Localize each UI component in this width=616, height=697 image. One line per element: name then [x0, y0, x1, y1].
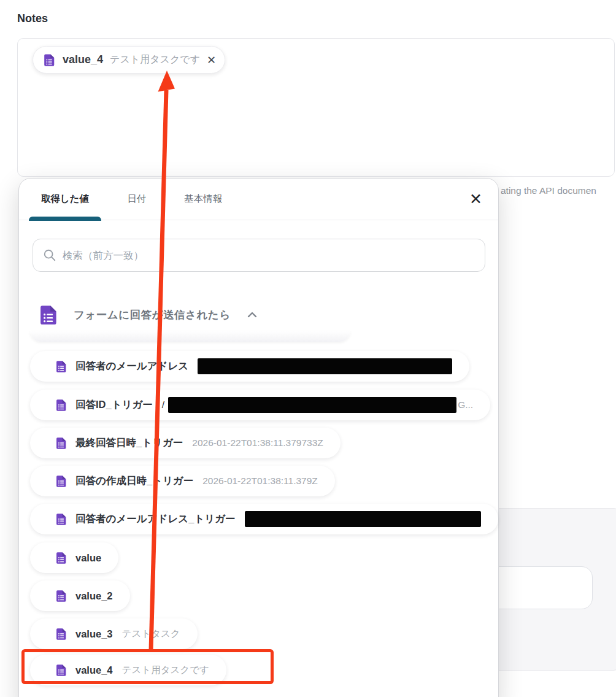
- list-item-value: テストタスク: [122, 628, 180, 641]
- trigger-section-header[interactable]: フォームに回答が送信されたら: [37, 301, 259, 328]
- google-forms-icon: [42, 53, 56, 67]
- list-item-label: value_4: [75, 664, 113, 676]
- list-item[interactable]: value_3 テストタスク: [30, 618, 198, 649]
- google-forms-icon: [55, 664, 67, 677]
- list-item-label: 最終回答日時_トリガー: [75, 436, 183, 450]
- list-item-highlighted[interactable]: value_4 テスト用タスクです: [30, 655, 226, 685]
- list-item-value: テスト用タスクです: [122, 664, 209, 677]
- close-icon[interactable]: ✕: [467, 189, 485, 209]
- redacted-value-bar: [245, 511, 481, 527]
- tab-basic-info[interactable]: 基本情報: [172, 179, 234, 220]
- google-forms-icon: [55, 628, 67, 641]
- tab-retrieved-values[interactable]: 取得した値: [29, 179, 101, 220]
- chevron-up-icon[interactable]: [245, 308, 259, 322]
- list-item-label: 回答者のメールアドレス: [75, 360, 188, 373]
- google-forms-icon: [55, 399, 67, 412]
- chip-remove-icon[interactable]: ✕: [207, 55, 216, 66]
- search-input[interactable]: [63, 250, 475, 261]
- list-item[interactable]: 回答者のメールアドレス_トリガー: [30, 504, 498, 534]
- clipped-list-item: [30, 331, 350, 342]
- google-forms-icon: [55, 360, 67, 373]
- redacted-value-bar: [198, 358, 452, 374]
- notes-textarea[interactable]: value_4 テスト用タスクです ✕: [17, 38, 615, 177]
- list-item[interactable]: 回答の作成日時_トリガー 2026-01-22T01:38:11.379Z: [30, 466, 335, 496]
- list-item-value: 2026-01-22T01:38:11.379733Z: [192, 437, 323, 449]
- notes-field-label: Notes: [17, 12, 48, 25]
- list-item-value-fragment: G...: [458, 399, 473, 410]
- trigger-section-title: フォームに回答が送信されたら: [74, 307, 231, 322]
- list-item-label: value_2: [75, 590, 113, 602]
- variable-picker-modal: 取得した値 日付 基本情報 ✕ フォームに回答が送信されたら 回答者のメールアド…: [18, 178, 499, 697]
- list-item-label: 回答者のメールアドレス_トリガー: [75, 512, 236, 526]
- chip-field-name: value_4: [63, 53, 103, 66]
- inserted-value-chip[interactable]: value_4 テスト用タスクです ✕: [33, 46, 225, 74]
- google-forms-icon: [55, 590, 67, 603]
- search-icon: [43, 248, 56, 262]
- google-forms-icon: [55, 475, 67, 488]
- google-forms-icon: [55, 552, 67, 564]
- google-forms-icon: [37, 304, 59, 326]
- google-forms-icon: [55, 437, 67, 450]
- list-item[interactable]: 最終回答日時_トリガー 2026-01-22T01:38:11.379733Z: [30, 428, 341, 458]
- redacted-value-bar: [168, 397, 456, 413]
- list-item-label: 回答の作成日時_トリガー: [75, 474, 193, 488]
- modal-tabbar: 取得した値 日付 基本情報 ✕: [19, 179, 498, 220]
- list-item-value-fragment: /: [162, 399, 164, 410]
- background-helper-text: ating the API documen: [501, 185, 596, 196]
- list-item[interactable]: 回答者のメールアドレス: [30, 351, 469, 382]
- tab-date[interactable]: 日付: [115, 179, 158, 220]
- list-item-label: 回答ID_トリガー: [75, 398, 153, 412]
- list-item[interactable]: 回答ID_トリガー / G...: [30, 390, 490, 420]
- list-item-label: value: [75, 552, 101, 564]
- list-item-label: value_3: [75, 628, 113, 640]
- chip-field-preview: テスト用タスクです: [110, 53, 200, 66]
- list-item-value: 2026-01-22T01:38:11.379Z: [202, 476, 318, 487]
- list-item[interactable]: value_2: [30, 580, 130, 611]
- google-forms-icon: [55, 513, 67, 526]
- search-box: [33, 239, 485, 272]
- list-item[interactable]: value: [30, 542, 118, 573]
